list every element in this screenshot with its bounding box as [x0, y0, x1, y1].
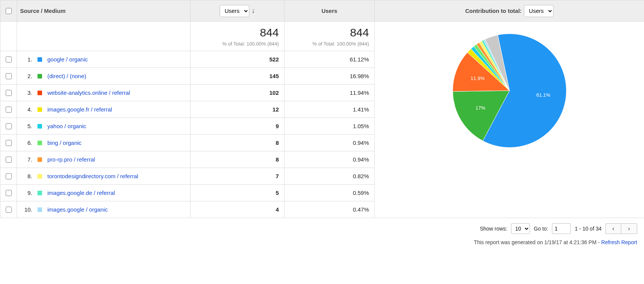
row-percent: 1.05%	[284, 118, 375, 135]
row-percent: 0.47%	[284, 201, 375, 218]
row-rank: 2.	[21, 73, 32, 79]
prev-page-button[interactable]: ‹	[605, 223, 621, 234]
row-checkbox[interactable]	[6, 157, 12, 163]
row-users: 9	[191, 118, 284, 135]
row-checkbox[interactable]	[6, 123, 12, 129]
color-swatch	[38, 124, 42, 129]
source-medium-link[interactable]: torontodesigndirectory.com / referral	[47, 173, 138, 179]
row-users: 102	[191, 85, 284, 101]
pie-slice-label: 61.1%	[536, 92, 550, 98]
row-users: 7	[191, 168, 284, 185]
contribution-metric-select[interactable]: Users	[524, 5, 553, 17]
secondary-metric-header: Users	[284, 0, 375, 22]
sort-desc-icon[interactable]: ↓	[252, 7, 255, 15]
color-swatch	[38, 157, 42, 162]
row-percent: 11.94%	[284, 85, 375, 101]
color-swatch	[38, 74, 42, 78]
row-checkbox[interactable]	[6, 90, 12, 96]
source-medium-link[interactable]: (direct) / (none)	[47, 73, 86, 79]
color-swatch	[38, 174, 42, 179]
total-users-1: 844	[191, 26, 284, 39]
report-table: Source / Medium Users ↓ Users Contributi…	[0, 0, 644, 218]
source-medium-link[interactable]: pro-rp.pro / referral	[47, 156, 95, 163]
color-swatch	[38, 57, 42, 62]
goto-label: Go to:	[534, 226, 548, 232]
row-checkbox[interactable]	[6, 190, 12, 196]
total-users-2-sub: % of Total: 100.00% (844)	[284, 41, 374, 47]
primary-metric-select[interactable]: Users	[220, 5, 249, 17]
goto-input[interactable]	[552, 223, 571, 234]
row-checkbox[interactable]	[6, 207, 12, 213]
row-checkbox[interactable]	[6, 140, 12, 146]
pie-slice-label: 11.9%	[470, 75, 485, 81]
row-users: 8	[191, 135, 284, 151]
source-medium-link[interactable]: google / organic	[47, 56, 88, 63]
show-rows-select[interactable]: 10	[511, 223, 530, 234]
color-swatch	[38, 107, 42, 112]
row-checkbox[interactable]	[6, 56, 12, 63]
row-users: 4	[191, 201, 284, 218]
row-users: 145	[191, 68, 284, 85]
row-rank: 3.	[21, 89, 32, 96]
color-swatch	[38, 91, 42, 95]
row-rank: 10.	[21, 206, 32, 213]
source-medium-link[interactable]: images.google.fr / referral	[47, 106, 112, 113]
row-percent: 0.82%	[284, 168, 375, 185]
row-rank: 4.	[21, 106, 32, 113]
color-swatch	[38, 191, 42, 195]
row-rank: 5.	[21, 123, 32, 129]
row-rank: 6.	[21, 140, 32, 146]
total-users-2: 844	[284, 26, 374, 39]
total-users-1-sub: % of Total: 100.00% (844)	[191, 41, 284, 47]
next-page-button[interactable]: ›	[621, 223, 637, 234]
row-percent: 16.98%	[284, 68, 375, 85]
row-percent: 61.12%	[284, 51, 375, 68]
row-checkbox[interactable]	[6, 107, 12, 113]
select-all-checkbox[interactable]	[6, 8, 12, 14]
contribution-label: Contribution to total:	[465, 8, 522, 14]
row-rank: 7.	[21, 156, 32, 163]
table-footer: Show rows: 10 Go to: 1 - 10 of 34 ‹ ›	[0, 218, 644, 238]
totals-row: 844 % of Total: 100.00% (844) 844 % of T…	[0, 22, 644, 51]
row-percent: 0.94%	[284, 151, 375, 168]
source-medium-link[interactable]: bing / organic	[47, 140, 81, 146]
source-medium-link[interactable]: yahoo / organic	[47, 123, 86, 129]
row-checkbox[interactable]	[6, 173, 12, 179]
row-users: 8	[191, 151, 284, 168]
refresh-report-link[interactable]: Refresh Report	[601, 239, 637, 245]
row-users: 12	[191, 101, 284, 118]
pie-chart: 61.1%17%11.9%	[445, 26, 574, 155]
show-rows-label: Show rows:	[480, 226, 507, 232]
row-percent: 1.41%	[284, 101, 375, 118]
range-label: 1 - 10 of 34	[575, 226, 602, 232]
row-percent: 0.94%	[284, 135, 375, 151]
row-rank: 1.	[21, 56, 32, 63]
row-users: 5	[191, 185, 284, 201]
source-medium-link[interactable]: images.google.de / referral	[47, 190, 115, 196]
row-rank: 8.	[21, 173, 32, 179]
report-meta: This report was generated on 1/19/17 at …	[0, 238, 644, 252]
color-swatch	[38, 141, 42, 145]
color-swatch	[38, 207, 42, 212]
dimension-header[interactable]: Source / Medium	[17, 0, 191, 22]
row-rank: 9.	[21, 190, 32, 196]
row-checkbox[interactable]	[6, 73, 12, 79]
row-users: 522	[191, 51, 284, 68]
source-medium-link[interactable]: website-analytics.online / referral	[47, 89, 130, 96]
source-medium-link[interactable]: images.google / organic	[47, 206, 108, 213]
pie-slice-label: 17%	[475, 105, 485, 111]
row-percent: 0.59%	[284, 185, 375, 201]
